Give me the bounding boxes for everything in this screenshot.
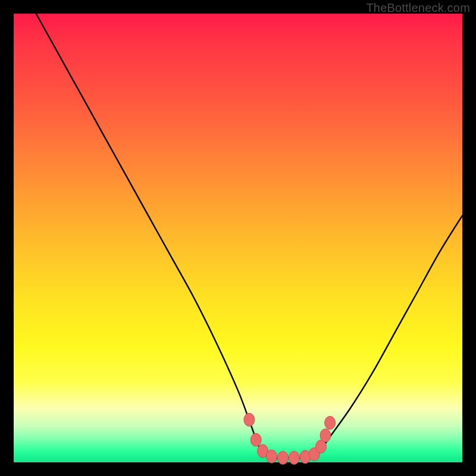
curve-marker	[325, 416, 336, 430]
curve-marker	[244, 413, 255, 426]
marker-group	[244, 413, 336, 464]
chart-frame: TheBottleneck.com	[0, 0, 476, 476]
bottleneck-curve	[36, 14, 462, 459]
curve-marker	[277, 452, 288, 465]
attribution-label: TheBottleneck.com	[366, 1, 470, 15]
plot-area	[14, 14, 462, 462]
curve-marker	[289, 452, 299, 465]
curve-marker	[320, 429, 331, 442]
curve-marker	[250, 433, 261, 446]
curve-marker	[267, 450, 277, 463]
curve-layer	[14, 14, 462, 462]
